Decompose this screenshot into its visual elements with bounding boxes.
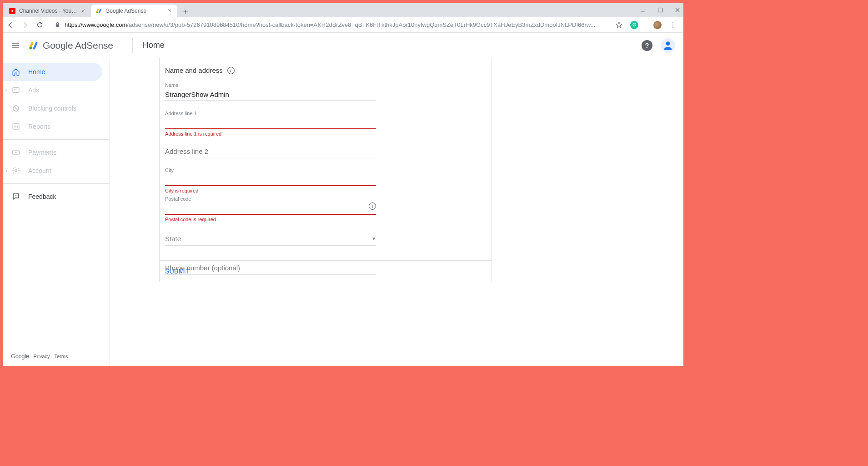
sidebar-item-blocking[interactable]: Blocking controls	[3, 99, 102, 117]
close-icon[interactable]	[80, 8, 86, 14]
svg-rect-2	[658, 8, 662, 12]
svg-point-8	[666, 41, 670, 46]
browser-tab-youtube[interactable]: Channel Videos - YouTube Studio	[5, 5, 91, 17]
section-title: Name and address i	[165, 66, 486, 74]
postal-error: Postal code is required	[165, 217, 376, 222]
browser-tab-strip: Channel Videos - YouTube Studio Google A…	[3, 3, 683, 17]
svg-point-4	[672, 22, 673, 23]
terms-link[interactable]: Terms	[55, 354, 68, 359]
address-bar: https://www.google.com/adsense/new/u/3/p…	[3, 17, 683, 33]
svg-rect-3	[56, 24, 60, 26]
info-icon[interactable]: i	[227, 67, 235, 74]
city-field-wrap: City City is required	[165, 167, 486, 193]
city-label: City	[165, 167, 486, 173]
sidebar-item-label: Account	[28, 167, 51, 174]
feedback-icon	[12, 192, 20, 201]
youtube-icon	[9, 8, 15, 14]
ads-icon	[12, 86, 20, 94]
state-field-wrap: State ▼	[165, 232, 486, 246]
submit-button[interactable]: SUBMIT	[165, 268, 190, 275]
divider	[132, 38, 133, 53]
state-select[interactable]: State ▼	[165, 232, 376, 246]
adsense-icon	[95, 8, 102, 14]
postal-field-wrap: Postal code i Postal code is required	[165, 196, 376, 222]
sidebar-item-label: Ads	[28, 86, 39, 94]
city-error: City is required	[165, 188, 486, 193]
app-header: Google AdSense Home ?	[3, 33, 683, 58]
google-logo-text[interactable]: Google	[11, 353, 29, 360]
addr2-input[interactable]	[165, 145, 376, 158]
reports-icon	[12, 122, 20, 131]
privacy-link[interactable]: Privacy	[34, 354, 50, 359]
tab-title: Channel Videos - YouTube Studio	[19, 8, 78, 14]
close-icon[interactable]	[166, 8, 173, 14]
window-minimize-button[interactable]	[640, 7, 646, 13]
brand-text: Google AdSense	[43, 40, 113, 51]
info-icon[interactable]: i	[369, 203, 376, 210]
grammarly-extension-icon[interactable]: G	[630, 21, 638, 29]
bookmark-icon[interactable]	[615, 21, 623, 29]
sidebar-item-ads[interactable]: Ads	[3, 81, 102, 99]
url-path: /adsense/new/u/3/pub-5726791089684510/ho…	[127, 21, 604, 28]
addr1-error: Address line 1 is required	[165, 131, 486, 137]
postal-input[interactable]	[165, 203, 376, 215]
addr1-field-wrap: Address line 1 Address line 1 is require…	[165, 111, 486, 137]
postal-label: Postal code	[165, 196, 376, 202]
sidebar-item-home[interactable]: Home	[3, 63, 102, 81]
divider	[3, 139, 110, 140]
main-content: Name and address i Name Address line 1 A…	[110, 58, 683, 366]
sidebar-item-label: Home	[28, 68, 45, 76]
name-label: Name	[165, 82, 486, 88]
page-title: Home	[143, 41, 165, 50]
new-tab-button[interactable]	[180, 6, 191, 17]
city-input[interactable]	[165, 175, 376, 186]
browser-menu-icon[interactable]	[669, 21, 677, 29]
svg-rect-9	[13, 88, 19, 93]
sidebar-item-label: Blocking controls	[28, 105, 76, 112]
gear-icon	[12, 167, 20, 175]
sidebar-item-account[interactable]: Account	[3, 162, 102, 180]
name-input[interactable]	[165, 90, 376, 101]
chevron-down-icon: ▼	[371, 236, 376, 241]
sidebar-item-label: Payments	[28, 149, 56, 156]
address-form-card: Name and address i Name Address line 1 A…	[159, 58, 492, 282]
svg-rect-10	[14, 89, 16, 90]
adsense-logo[interactable]: Google AdSense	[28, 40, 113, 51]
help-icon[interactable]: ?	[642, 40, 652, 51]
addr1-label: Address line 1	[165, 111, 486, 116]
sidebar-item-payments[interactable]: Payments	[3, 143, 102, 162]
block-icon	[12, 104, 20, 112]
hamburger-menu-icon[interactable]	[11, 41, 20, 50]
nav-back-button[interactable]	[6, 21, 15, 29]
nav-forward-button[interactable]	[21, 21, 29, 29]
url-host: https://www.google.com	[65, 21, 127, 28]
state-placeholder: State	[165, 235, 181, 243]
window-maximize-button[interactable]	[657, 7, 663, 13]
name-field-wrap: Name	[165, 82, 486, 101]
browser-tab-adsense[interactable]: Google AdSense	[91, 5, 177, 17]
sidebar-footer: Google Privacy Terms	[3, 346, 110, 366]
url-input[interactable]: https://www.google.com/adsense/new/u/3/p…	[50, 19, 608, 31]
divider	[3, 183, 110, 184]
payments-icon	[12, 148, 20, 157]
window-close-button[interactable]	[674, 7, 681, 13]
svg-point-7	[30, 46, 32, 49]
tab-title: Google AdSense	[105, 8, 165, 14]
svg-point-5	[672, 24, 673, 25]
account-icon[interactable]	[661, 38, 675, 53]
profile-avatar-icon[interactable]	[653, 21, 662, 29]
svg-point-14	[15, 152, 17, 153]
nav-reload-button[interactable]	[35, 21, 44, 29]
svg-point-15	[15, 170, 17, 172]
sidebar-item-label: Feedback	[28, 193, 56, 200]
sidebar-item-label: Reports	[28, 123, 50, 130]
submit-row: SUBMIT	[160, 260, 492, 282]
sidebar-item-feedback[interactable]: Feedback	[3, 187, 102, 206]
addr1-input[interactable]	[165, 118, 376, 129]
svg-point-6	[672, 26, 673, 27]
addr2-field-wrap	[165, 145, 486, 158]
sidebar-item-reports[interactable]: Reports	[3, 117, 102, 136]
sidebar: Home Ads Blocking controls Reports Payme…	[3, 58, 110, 366]
svg-point-1	[96, 12, 98, 14]
divider	[646, 21, 646, 29]
